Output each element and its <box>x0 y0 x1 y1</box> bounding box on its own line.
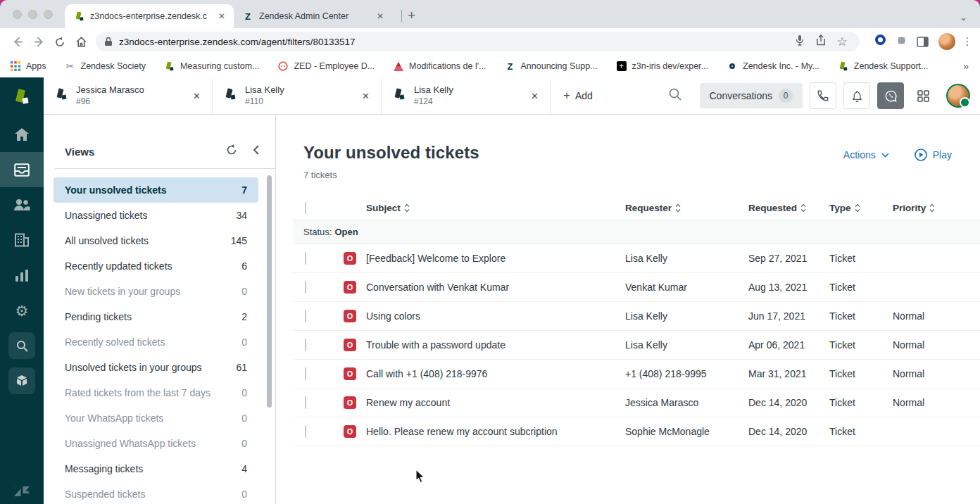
browser-tab-active[interactable]: z3ndocs-enterprise.zendesk.c ✕ <box>65 4 234 28</box>
bookmark-item[interactable]: Zendesk Inc. - My... <box>727 61 819 72</box>
agent-avatar[interactable] <box>946 84 970 108</box>
sidebar-item-search[interactable] <box>0 328 44 363</box>
browser-tab[interactable]: Z Zendesk Admin Center ✕ <box>234 4 392 28</box>
extensions-puzzle-icon[interactable] <box>891 34 912 49</box>
close-icon[interactable]: ✕ <box>528 89 541 103</box>
view-item[interactable]: Your WhatsApp tickets0 <box>54 405 258 431</box>
views-scrollbar[interactable] <box>267 175 272 408</box>
actions-dropdown[interactable]: Actions <box>843 149 889 160</box>
sidebar-item-reporting[interactable] <box>0 258 44 293</box>
view-item[interactable]: Recently solved tickets0 <box>54 329 258 355</box>
divider <box>55 168 275 169</box>
ticket-row[interactable]: OHello. Please renew my account subcript… <box>294 417 980 446</box>
browser-menu-icon[interactable]: ⋮ <box>958 35 976 48</box>
view-item[interactable]: Suspended tickets0 <box>54 481 258 504</box>
reload-icon[interactable] <box>49 34 70 49</box>
ticket-subject[interactable]: Call with +1 (408) 218-9976 <box>366 368 625 379</box>
ticket-row[interactable]: OCall with +1 (408) 218-9976+1 (408) 218… <box>294 360 980 389</box>
close-icon[interactable]: ✕ <box>359 89 372 103</box>
bookmarks-overflow-icon[interactable]: » <box>963 61 969 72</box>
extension-circle-icon[interactable] <box>869 34 891 49</box>
column-type[interactable]: Type <box>829 203 893 213</box>
view-item[interactable]: Messaging tickets4 <box>54 456 258 481</box>
tab-close-icon[interactable]: ✕ <box>375 11 385 21</box>
sidebar-item-admin[interactable]: ⚙ <box>0 293 44 328</box>
ticket-tab[interactable]: Jessica Marasco#96✕ <box>44 77 213 114</box>
side-panel-icon[interactable] <box>912 34 933 49</box>
back-icon[interactable] <box>7 34 28 49</box>
ticket-row[interactable]: ORenew my accountJessica MarascoDec 14, … <box>294 389 980 417</box>
bookmark-item[interactable]: Modifications de l'... <box>393 61 486 72</box>
sidebar-item-home[interactable] <box>0 117 44 152</box>
row-checkbox[interactable] <box>305 396 306 409</box>
browser-profile-avatar[interactable] <box>938 33 955 50</box>
bookmark-item[interactable]: ZAnnouncing Supp... <box>504 61 597 72</box>
sidebar-item-organizations[interactable] <box>0 222 44 258</box>
ticket-tab[interactable]: Lisa Kelly#124✕ <box>382 77 551 114</box>
ticket-subject[interactable]: Hello. Please renew my account subcripti… <box>366 426 625 437</box>
view-item[interactable]: Unassigned tickets34 <box>54 203 258 228</box>
sidebar-item-views[interactable] <box>0 152 44 187</box>
sidebar-item-apps[interactable] <box>0 363 44 398</box>
ticket-row[interactable]: OConversation with Venkat KumarVenkat Ku… <box>294 273 980 302</box>
column-requester[interactable]: Requester <box>625 203 748 213</box>
bookmark-item[interactable]: +z3n-iris dev/exper... <box>616 61 708 72</box>
ticket-subject[interactable]: [Feedback] Welcome to Explore <box>366 253 625 264</box>
view-item[interactable]: Your unsolved tickets7 <box>54 177 258 203</box>
talk-button[interactable] <box>810 82 836 109</box>
column-subject[interactable]: Subject <box>366 203 625 213</box>
window-controls[interactable] <box>13 10 53 19</box>
bookmark-item[interactable]: ZED - Employee D... <box>277 61 375 72</box>
collapse-panel-icon[interactable] <box>253 145 260 158</box>
add-tab-button[interactable]: + Add <box>551 77 605 114</box>
play-button[interactable]: Play <box>915 149 952 161</box>
forward-icon[interactable] <box>28 34 49 49</box>
view-item[interactable]: Rated tickets from the last 7 days0 <box>54 380 258 405</box>
view-item[interactable]: Unassigned WhatsApp tickets0 <box>54 431 258 456</box>
ticket-subject[interactable]: Conversation with Venkat Kumar <box>366 282 625 293</box>
notifications-button[interactable] <box>843 82 870 109</box>
view-item[interactable]: All unsolved tickets145 <box>54 228 258 253</box>
conversations-button[interactable]: Conversations 0 <box>700 83 803 108</box>
share-icon[interactable] <box>810 34 831 49</box>
row-checkbox[interactable] <box>305 252 306 265</box>
view-item[interactable]: New tickets in your groups0 <box>54 279 258 304</box>
ticket-row[interactable]: OTrouble with a password updateLisa Kell… <box>294 331 980 360</box>
row-checkbox[interactable] <box>305 425 306 438</box>
new-tab-button[interactable]: + <box>408 8 415 23</box>
sidebar-item-customers[interactable] <box>0 187 44 222</box>
product-tray-button[interactable] <box>911 84 935 108</box>
bookmark-star-icon[interactable]: ☆ <box>831 34 853 49</box>
close-icon[interactable]: ✕ <box>190 89 203 103</box>
refresh-views-icon[interactable] <box>226 144 237 158</box>
browser-toolbar: z3ndocs-enterprise.zendesk.com/agent/fil… <box>0 28 980 55</box>
ticket-subject[interactable]: Using colors <box>366 310 625 322</box>
select-all-checkbox[interactable] <box>305 202 306 214</box>
bookmark-item[interactable]: Zendesk Support... <box>838 61 929 72</box>
row-checkbox[interactable] <box>305 339 306 351</box>
ticket-subject[interactable]: Renew my account <box>366 397 625 408</box>
bookmark-item[interactable]: Apps <box>10 61 46 72</box>
bookmark-item[interactable]: ✂Zendesk Society <box>65 61 146 72</box>
tab-close-icon[interactable]: ✕ <box>217 11 227 21</box>
view-item[interactable]: Unsolved tickets in your groups61 <box>54 355 258 380</box>
search-icon[interactable] <box>669 88 681 103</box>
row-checkbox[interactable] <box>305 310 306 322</box>
column-priority[interactable]: Priority <box>893 203 980 213</box>
ticket-row[interactable]: OUsing colorsLisa KellyJun 17, 2021Ticke… <box>294 302 980 331</box>
view-item[interactable]: Recently updated tickets6 <box>54 253 258 279</box>
column-requested[interactable]: Requested <box>748 203 829 213</box>
ticket-row[interactable]: O[Feedback] Welcome to ExploreLisa Kelly… <box>294 244 980 273</box>
address-bar[interactable]: z3ndocs-enterprise.zendesk.com/agent/fil… <box>96 32 860 51</box>
tab-search-icon[interactable]: ⌄ <box>960 12 967 23</box>
bookmark-item[interactable]: Measuring custom... <box>164 61 260 72</box>
ticket-tab[interactable]: Lisa Kelly#110✕ <box>213 77 382 114</box>
ticket-requester: +1 (408) 218-9995 <box>625 368 748 379</box>
view-item[interactable]: Pending tickets2 <box>54 304 258 329</box>
row-checkbox[interactable] <box>305 281 306 294</box>
microphone-icon[interactable] <box>789 34 810 49</box>
whatsapp-button[interactable] <box>877 82 904 109</box>
ticket-subject[interactable]: Trouble with a password update <box>366 339 625 351</box>
row-checkbox[interactable] <box>305 367 306 380</box>
home-icon[interactable] <box>70 34 92 49</box>
